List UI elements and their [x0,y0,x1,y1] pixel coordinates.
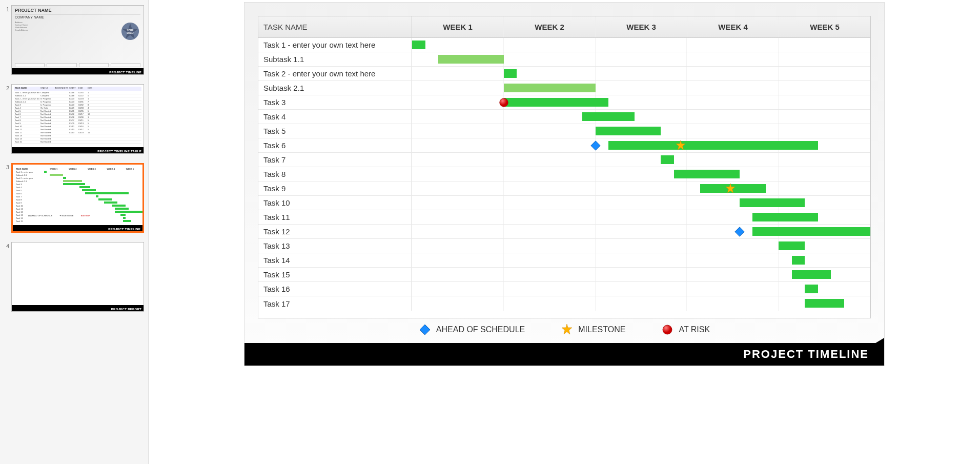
task-name-header: TASK NAME [258,16,412,37]
gantt-bar [805,285,818,293]
gantt-row: Task 17 [258,296,870,311]
app-root: 1 PROJECT NAME COMPANY NAME AddressConta… [0,0,980,464]
legend-label: MILESTONE [578,325,625,334]
slide-thumb-row: 2 TASK NAMESTATUSASSIGNED TOSTARTENDDUR … [4,84,144,154]
slide-thumbnail-4[interactable]: PROJECT REPORT [11,242,144,312]
logo-icon: YOURLOGO [121,22,139,41]
svg-marker-7 [676,140,685,150]
ahead-icon [419,324,431,336]
week-header: WEEK 2 [504,16,596,37]
gantt-row: Task 9 [258,181,870,196]
gantt-chart: TASK NAME WEEK 1WEEK 2WEEK 3WEEK 4WEEK 5… [258,16,871,318]
thumb-title: PROJECT NAME [15,8,140,14]
editor-area: TASK NAME WEEK 1WEEK 2WEEK 3WEEK 4WEEK 5… [149,0,980,464]
slide-number: 2 [4,84,11,91]
task-label: Task 14 [258,253,412,267]
thumb-subtitle: COMPANY NAME [15,15,140,19]
legend-label: AT RISK [679,325,710,334]
gantt-row: Task 4 [258,110,870,124]
ahead-marker-icon [734,226,745,237]
gantt-bar [582,112,635,121]
slide-panel: 1 PROJECT NAME COMPANY NAME AddressConta… [0,0,149,464]
svg-marker-9 [734,227,744,236]
task-label: Task 12 [258,225,412,238]
slide-thumb-row: 1 PROJECT NAME COMPANY NAME AddressConta… [4,5,144,75]
legend-label: AHEAD OF SCHEDULE [436,325,525,334]
svg-marker-11 [420,325,430,335]
ahead-marker-icon [590,140,601,151]
week-header: WEEK 4 [687,16,779,37]
task-label: Task 3 [258,95,412,109]
gantt-bar [661,155,674,164]
task-label: Task 4 [258,110,412,124]
milestone-icon [561,324,573,336]
risk-icon [661,324,673,336]
task-label: Task 11 [258,210,412,224]
gantt-row: Task 14 [258,253,870,268]
gantt-bar [752,213,818,221]
milestone-marker-icon [725,183,736,194]
svg-marker-13 [562,324,572,334]
slide-number: 1 [4,5,11,12]
svg-marker-15 [843,338,884,344]
task-label: Task 10 [258,196,412,210]
gantt-bar [438,55,504,64]
svg-point-14 [663,325,672,334]
svg-point-4 [500,98,508,107]
gantt-bar [805,299,844,308]
task-label: Task 17 [258,296,412,311]
thumb-footer-label: PROJECT TIMELINE TABLE [97,150,141,153]
svg-text:YOUR: YOUR [127,29,134,32]
gantt-bar [752,227,870,236]
task-label: Task 1 - enter your own text here [258,38,412,52]
task-label: Task 16 [258,282,412,296]
legend-item: AT RISK [661,324,710,336]
slide-footer-title: PROJECT TIMELINE [743,348,869,361]
slide-thumbnail-1[interactable]: PROJECT NAME COMPANY NAME AddressContact… [11,5,144,75]
risk-marker-icon [498,97,509,108]
gantt-bar [792,270,831,279]
gantt-row: Task 5 [258,124,870,138]
gantt-row: Task 15 [258,268,870,282]
task-label: Task 9 [258,181,412,195]
task-label: Task 13 [258,239,412,253]
task-label: Subtask 1.1 [258,52,412,66]
gantt-row: Task 10 [258,196,870,210]
gantt-bar [674,170,740,178]
thumb-footer-label: PROJECT TIMELINE [108,228,140,231]
slide-thumbnail-3[interactable]: TASK NAMEWEEK 1WEEK 2WEEK 3WEEK 4WEEK 5 … [11,163,144,233]
svg-text:LOGO: LOGO [127,32,134,34]
gantt-bar [412,41,425,49]
gantt-bar [779,241,805,250]
gantt-row: Task 12 [258,225,870,239]
milestone-marker-icon [675,140,686,151]
gantt-bar [608,141,818,150]
gantt-row: Subtask 2.1 [258,81,870,95]
gantt-row: Subtask 1.1 [258,52,870,67]
gantt-legend: AHEAD OF SCHEDULEMILESTONEAT RISK [244,318,884,343]
legend-item: MILESTONE [561,324,625,336]
footer-arrow-icon [843,338,884,344]
gantt-row: Task 8 [258,167,870,181]
slide-number: 4 [4,242,11,249]
gantt-row: Task 7 [258,153,870,167]
task-label: Task 6 [258,138,412,152]
gantt-header-row: TASK NAME WEEK 1WEEK 2WEEK 3WEEK 4WEEK 5 [258,16,870,38]
thumb-footer-label: PROJECT REPORT [111,308,141,311]
gantt-bar [596,127,661,135]
task-label: Task 5 [258,124,412,138]
svg-marker-8 [726,184,735,193]
task-label: Task 2 - enter your own text here [258,67,412,80]
slide-canvas[interactable]: TASK NAME WEEK 1WEEK 2WEEK 3WEEK 4WEEK 5… [244,2,885,366]
gantt-row: Task 2 - enter your own text here [258,67,870,81]
week-header: WEEK 1 [412,16,504,37]
thumb-footer-label: PROJECT TIMELINE [109,71,141,74]
gantt-row: Task 11 [258,210,870,225]
gantt-row: Task 13 [258,239,870,253]
slide-footer: PROJECT TIMELINE [244,343,884,366]
task-label: Task 8 [258,167,412,181]
gantt-row: Task 16 [258,282,870,296]
slide-thumbnail-2[interactable]: TASK NAMESTATUSASSIGNED TOSTARTENDDUR Ta… [11,84,144,154]
task-label: Task 7 [258,153,412,167]
task-label: Task 15 [258,268,412,281]
